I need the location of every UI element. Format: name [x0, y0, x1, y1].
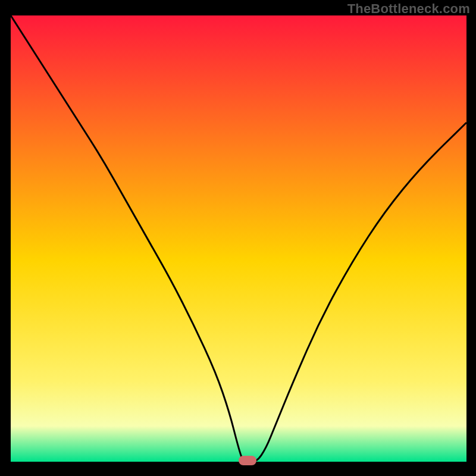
chart-frame: TheBottleneck.com: [0, 0, 476, 476]
plot-area: [11, 15, 466, 462]
minimum-marker-icon: [239, 456, 256, 465]
gradient-background: [11, 15, 466, 462]
bottleneck-chart: [11, 15, 466, 462]
watermark-text: TheBottleneck.com: [347, 1, 470, 17]
